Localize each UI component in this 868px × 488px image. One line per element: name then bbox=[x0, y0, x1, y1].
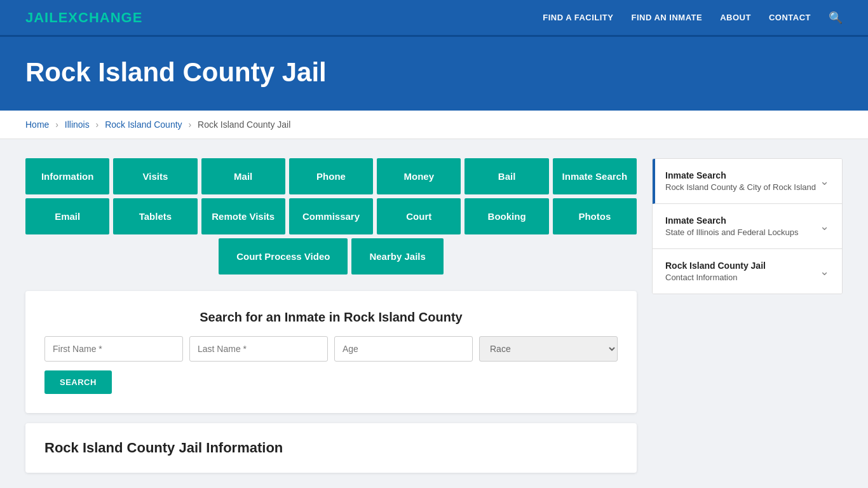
sidebar-item-2-subtitle: State of Illinois and Federal Lockups bbox=[665, 227, 799, 237]
sidebar-item-3-subtitle: Contact Information bbox=[665, 273, 766, 282]
logo-jail: JAIL bbox=[25, 10, 58, 25]
sidebar-item-3-title: Rock Island County Jail bbox=[665, 261, 766, 271]
search-fields: Race White Black Hispanic Asian Other bbox=[44, 336, 618, 362]
breadcrumb-current: Rock Island County Jail bbox=[198, 119, 290, 130]
nav-contact[interactable]: CONTACT bbox=[769, 13, 811, 22]
sidebar-item-1-title: Inmate Search bbox=[665, 170, 816, 180]
site-logo[interactable]: JAILEXCHANGE bbox=[25, 10, 142, 26]
page-title: Rock Island County Jail bbox=[25, 57, 843, 88]
search-button[interactable]: SEARCH bbox=[44, 370, 112, 394]
inmate-info-title: Rock Island County Jail Information bbox=[44, 440, 618, 456]
nav-find-facility[interactable]: FIND A FACILITY bbox=[543, 13, 613, 22]
logo-exchange: EXCHANGE bbox=[58, 10, 143, 25]
inmate-info-section: Rock Island County Jail Information bbox=[25, 423, 637, 473]
sidebar-item-1-subtitle: Rock Island County & City of Rock Island bbox=[665, 182, 816, 192]
btn-remote-visits[interactable]: Remote Visits bbox=[201, 198, 285, 234]
button-grid-row2: Email Tablets Remote Visits Commissary C… bbox=[25, 198, 637, 234]
last-name-input[interactable] bbox=[189, 336, 328, 362]
breadcrumb-sep-1: › bbox=[55, 119, 58, 130]
first-name-input[interactable] bbox=[44, 336, 183, 362]
btn-photos[interactable]: Photos bbox=[553, 198, 637, 234]
search-icon[interactable]: 🔍 bbox=[829, 11, 843, 25]
btn-mail[interactable]: Mail bbox=[201, 158, 285, 194]
nav-about[interactable]: ABOUT bbox=[720, 13, 751, 22]
sidebar-item-inmate-search-state[interactable]: Inmate Search State of Illinois and Fede… bbox=[653, 204, 842, 249]
chevron-down-icon-1: ⌄ bbox=[820, 174, 829, 188]
nav-find-inmate[interactable]: FIND AN INMATE bbox=[631, 13, 702, 22]
main-area: Information Visits Mail Phone Money Bail… bbox=[0, 139, 868, 488]
nav-links: FIND A FACILITY FIND AN INMATE ABOUT CON… bbox=[543, 11, 843, 25]
search-card: Search for an Inmate in Rock Island Coun… bbox=[25, 291, 637, 413]
btn-court[interactable]: Court bbox=[377, 198, 461, 234]
btn-court-process-video[interactable]: Court Process Video bbox=[219, 238, 348, 274]
hero-section: Rock Island County Jail bbox=[0, 37, 868, 111]
breadcrumb: Home › Illinois › Rock Island County › R… bbox=[0, 111, 868, 139]
content-left: Information Visits Mail Phone Money Bail… bbox=[25, 158, 637, 473]
btn-commissary[interactable]: Commissary bbox=[289, 198, 373, 234]
breadcrumb-rock-island-county[interactable]: Rock Island County bbox=[105, 119, 182, 130]
btn-nearby-jails[interactable]: Nearby Jails bbox=[351, 238, 443, 274]
btn-tablets[interactable]: Tablets bbox=[113, 198, 197, 234]
breadcrumb-sep-3: › bbox=[188, 119, 191, 130]
chevron-down-icon-3: ⌄ bbox=[820, 264, 829, 278]
navbar: JAILEXCHANGE FIND A FACILITY FIND AN INM… bbox=[0, 0, 868, 37]
breadcrumb-sep-2: › bbox=[96, 119, 99, 130]
breadcrumb-home[interactable]: Home bbox=[25, 119, 49, 130]
btn-visits[interactable]: Visits bbox=[113, 158, 197, 194]
btn-information[interactable]: Information bbox=[25, 158, 109, 194]
breadcrumb-illinois[interactable]: Illinois bbox=[65, 119, 90, 130]
sidebar-right: Inmate Search Rock Island County & City … bbox=[652, 158, 843, 294]
btn-booking[interactable]: Booking bbox=[465, 198, 548, 234]
btn-email[interactable]: Email bbox=[25, 198, 109, 234]
sidebar-item-2-title: Inmate Search bbox=[665, 215, 799, 226]
age-input[interactable] bbox=[334, 336, 473, 362]
btn-inmate-search[interactable]: Inmate Search bbox=[553, 158, 637, 194]
sidebar-item-contact-info[interactable]: Rock Island County Jail Contact Informat… bbox=[653, 249, 842, 294]
race-select[interactable]: Race White Black Hispanic Asian Other bbox=[479, 336, 618, 362]
btn-money[interactable]: Money bbox=[377, 158, 461, 194]
btn-bail[interactable]: Bail bbox=[465, 158, 548, 194]
btn-phone[interactable]: Phone bbox=[289, 158, 373, 194]
search-title: Search for an Inmate in Rock Island Coun… bbox=[44, 310, 618, 325]
sidebar-item-inmate-search-county[interactable]: Inmate Search Rock Island County & City … bbox=[653, 159, 842, 204]
chevron-down-icon-2: ⌄ bbox=[820, 219, 829, 233]
button-grid-row1: Information Visits Mail Phone Money Bail… bbox=[25, 158, 637, 194]
button-grid-row3: Court Process Video Nearby Jails bbox=[25, 238, 637, 274]
